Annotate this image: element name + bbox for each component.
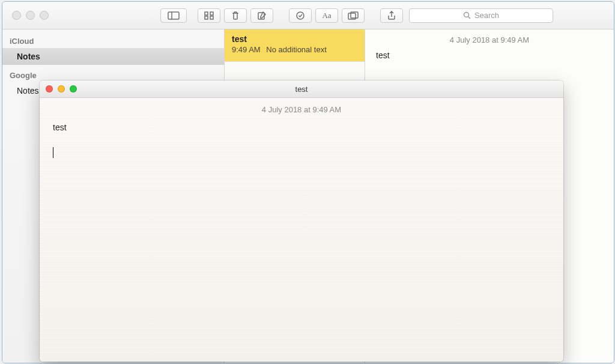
close-button[interactable] xyxy=(46,85,53,93)
note-item-title: test xyxy=(232,34,357,44)
editor-timestamp: 4 July 2018 at 9:49 AM xyxy=(376,35,603,44)
note-list-item[interactable]: test 9:49 AM No additional text xyxy=(225,29,365,62)
share-icon xyxy=(387,11,396,20)
svg-rect-3 xyxy=(210,12,213,15)
note-item-time: 9:49 AM xyxy=(232,45,261,54)
svg-rect-5 xyxy=(210,16,213,19)
compose-button[interactable] xyxy=(250,8,273,23)
float-content: test xyxy=(53,121,550,134)
format-button[interactable]: Aa xyxy=(315,8,338,23)
share-button[interactable] xyxy=(380,8,403,23)
minimize-button[interactable] xyxy=(58,85,65,93)
search-icon xyxy=(463,11,471,19)
delete-button[interactable] xyxy=(224,8,247,23)
search-placeholder: Search xyxy=(474,11,499,20)
format-icon: Aa xyxy=(322,11,331,20)
grid-view-button[interactable] xyxy=(198,8,220,23)
text-cursor xyxy=(53,147,53,158)
sidebar-item-notes-icloud[interactable]: Notes xyxy=(2,48,224,65)
svg-rect-4 xyxy=(205,16,208,19)
checklist-button[interactable] xyxy=(289,8,312,23)
main-traffic-lights xyxy=(12,11,49,20)
sidebar-item-label: Notes xyxy=(17,52,40,61)
minimize-button[interactable] xyxy=(26,11,35,20)
windows-icon xyxy=(348,11,359,20)
close-button[interactable] xyxy=(12,11,21,20)
svg-rect-0 xyxy=(168,12,179,19)
zoom-button[interactable] xyxy=(40,11,49,20)
note-item-subtitle: 9:49 AM No additional text xyxy=(232,45,357,54)
float-window-title: test xyxy=(40,85,563,94)
zoom-button[interactable] xyxy=(70,85,77,93)
sidebar-section-icloud: iCloud xyxy=(2,34,224,48)
search-input[interactable]: Search xyxy=(409,8,553,23)
svg-rect-2 xyxy=(205,12,208,15)
open-in-window-button[interactable] xyxy=(342,8,365,23)
view-toggle-button[interactable] xyxy=(160,8,187,23)
note-float-window: test 4 July 2018 at 9:49 AM test xyxy=(40,80,563,362)
float-traffic-lights xyxy=(46,85,77,93)
note-item-snippet: No additional text xyxy=(266,45,326,54)
checklist-icon xyxy=(295,11,305,20)
float-timestamp: 4 July 2018 at 9:49 AM xyxy=(53,105,550,114)
sidebar-icon xyxy=(168,11,180,20)
toolbar: Aa xyxy=(160,8,403,23)
main-titlebar: Aa Search xyxy=(2,2,614,29)
float-editor[interactable]: 4 July 2018 at 9:49 AM test xyxy=(40,98,563,362)
sidebar-item-label: Notes xyxy=(17,86,39,96)
svg-point-7 xyxy=(297,12,304,19)
editor-content: test xyxy=(376,50,603,60)
grid-icon xyxy=(204,11,214,20)
compose-icon xyxy=(257,11,267,20)
float-titlebar[interactable]: test xyxy=(40,80,563,98)
trash-icon xyxy=(231,11,240,20)
svg-point-10 xyxy=(464,13,468,17)
svg-line-11 xyxy=(468,17,470,19)
